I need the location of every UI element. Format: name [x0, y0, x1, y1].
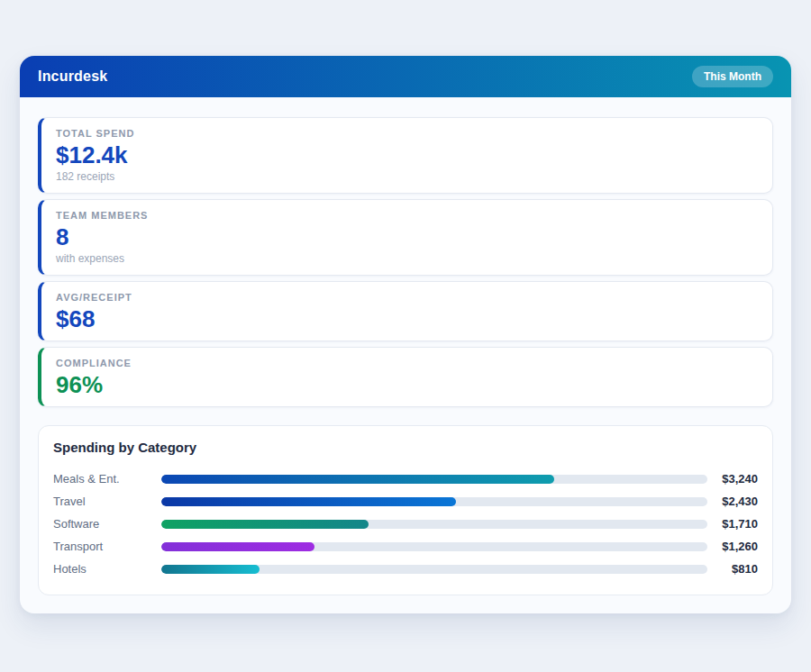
bar-track: [161, 565, 707, 574]
dashboard-card: Incurdesk This Month TOTAL SPEND $12.4k …: [20, 56, 791, 613]
bar-track: [161, 475, 707, 484]
category-value: $3,240: [707, 472, 758, 486]
category-value: $1,710: [707, 517, 758, 531]
category-label: Hotels: [53, 562, 161, 576]
stat-label: TEAM MEMBERS: [56, 210, 758, 222]
bar-fill: [161, 565, 260, 574]
category-value: $2,430: [707, 495, 758, 508]
spending-chart-card: Spending by Category Meals & Ent. $3,240…: [38, 425, 773, 595]
stat-card-total-spend: TOTAL SPEND $12.4k 182 receipts: [38, 117, 773, 194]
category-label: Meals & Ent.: [53, 472, 161, 486]
stat-card-compliance: COMPLIANCE 96%: [38, 347, 773, 407]
chart-row-transport: Transport $1,260: [53, 535, 758, 558]
stat-value: 96%: [56, 373, 758, 397]
app-header: Incurdesk This Month: [20, 56, 791, 97]
stat-label: TOTAL SPEND: [56, 128, 758, 140]
bar-fill: [161, 497, 456, 506]
bar-track: [161, 520, 707, 529]
stat-value: 8: [56, 225, 758, 250]
stats-list: TOTAL SPEND $12.4k 182 receipts TEAM MEM…: [20, 97, 791, 407]
stat-sublabel: with expenses: [56, 252, 758, 266]
chart-title: Spending by Category: [53, 440, 758, 455]
chart-row-hotels: Hotels $810: [53, 558, 758, 580]
bar-track: [161, 497, 707, 506]
bar-fill: [161, 542, 314, 551]
stat-card-avg-receipt: AVG/RECEIPT $68: [38, 281, 773, 341]
bar-track: [161, 542, 707, 551]
stat-label: COMPLIANCE: [56, 358, 758, 369]
chart-row-software: Software $1,710: [53, 513, 758, 535]
category-label: Software: [53, 517, 161, 531]
chart-row-travel: Travel $2,430: [53, 490, 758, 513]
bar-fill: [161, 475, 554, 484]
category-value: $810: [707, 562, 758, 576]
stat-sublabel: 182 receipts: [56, 170, 758, 184]
bar-fill: [161, 520, 369, 529]
app-title: Incurdesk: [38, 68, 107, 85]
stat-value: $12.4k: [56, 143, 758, 168]
stat-label: AVG/RECEIPT: [56, 292, 758, 304]
stat-card-team-members: TEAM MEMBERS 8 with expenses: [38, 199, 773, 276]
category-label: Travel: [53, 495, 161, 508]
category-value: $1,260: [707, 540, 758, 553]
chart-row-meals: Meals & Ent. $3,240: [53, 468, 758, 490]
period-badge[interactable]: This Month: [692, 66, 773, 87]
category-label: Transport: [53, 540, 161, 553]
stat-value: $68: [56, 307, 758, 331]
